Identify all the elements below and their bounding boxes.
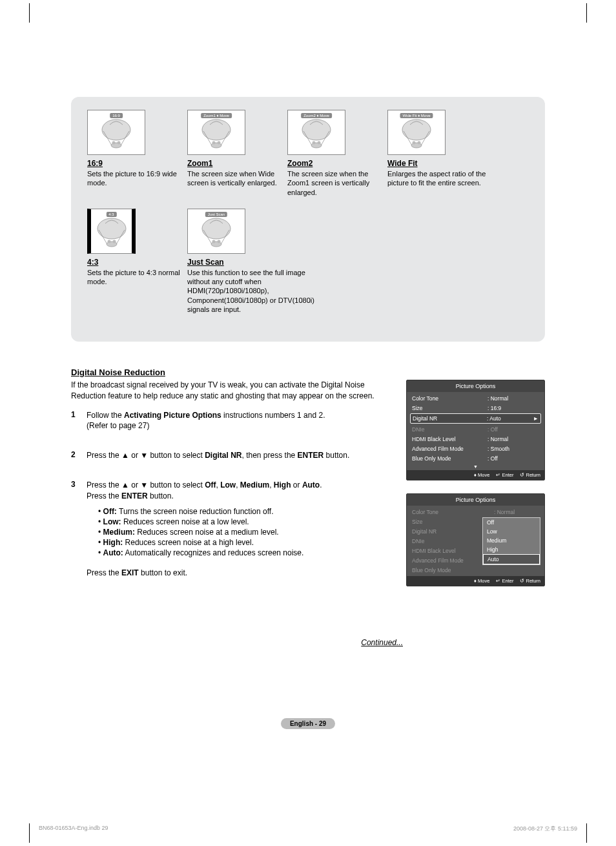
osd-row-blue-only-mode: Blue Only Mode: Off (410, 453, 541, 463)
osd-popup-option-high: High (483, 545, 540, 554)
svg-point-3 (118, 141, 121, 145)
picture-mode-16-9: 16:9 16:9Sets the picture to 16:9 wide m… (87, 110, 187, 197)
mode-description: Use this function to see the full image … (187, 268, 316, 314)
thumb-label: Zoom1 ♦ Move (201, 113, 232, 118)
arrow-right-icon (533, 446, 539, 452)
osd-return-hint: ↺ Return (520, 472, 540, 478)
arrow-right-icon: ► (532, 415, 539, 422)
arrow-right-icon (533, 405, 539, 411)
osd-row-advanced-film-mode: Advanced Film Mode: Smooth (410, 444, 541, 453)
balloon-icon (297, 118, 336, 151)
mode-title: Zoom1 (187, 159, 287, 168)
print-filename: BN68-01653A-Eng.indb 29 (39, 825, 108, 833)
osd-row-blue-only-mode: Blue Only Mode (410, 565, 541, 575)
osd-enter-hint: ↵ Enter (496, 578, 513, 584)
svg-point-4 (202, 119, 231, 140)
svg-point-14 (413, 141, 416, 145)
svg-point-10 (313, 141, 316, 145)
picture-mode-wide-fit: Wide Fit ♦ Move Wide FitEnlarges the asp… (387, 110, 488, 197)
mode-description: Sets the picture to 4:3 normal mode. (87, 268, 187, 287)
picture-mode-zoom2: Zoom2 ♦ Move Zoom2The screen size when t… (287, 110, 387, 197)
continued-indicator: Continued... (71, 638, 403, 647)
picture-mode-just-scan: Just Scan Just ScanUse this function to … (187, 209, 316, 314)
svg-point-16 (98, 218, 126, 239)
arrow-right-icon (533, 426, 539, 433)
thumb-label: Zoom2 ♦ Move (301, 113, 332, 118)
arrow-right-icon (533, 436, 539, 442)
osd-screenshots-column: Picture Options Color Tone: NormalSize: … (406, 380, 545, 599)
thumb-label: 4:3 (106, 212, 116, 217)
osd-row-dnie: DNIe: Off (410, 424, 541, 434)
osd-enter-hint: ↵ Enter (496, 472, 513, 478)
svg-point-20 (202, 218, 231, 239)
arrow-right-icon (533, 455, 539, 462)
osd-picture-options-1: Picture Options Color Tone: NormalSize: … (406, 380, 545, 480)
mode-title: Zoom2 (287, 159, 387, 168)
osd-popup-option-low: Low (483, 527, 540, 536)
picture-size-modes-box: 16:9 16:9Sets the picture to 16:9 wide m… (71, 97, 545, 342)
thumb-label: 16:9 (110, 113, 123, 118)
osd-row-color-tone: Color Tone: Normal (410, 393, 541, 403)
svg-point-15 (418, 141, 421, 145)
mode-title: Just Scan (187, 258, 316, 267)
osd-return-hint: ↺ Return (520, 578, 540, 584)
svg-point-12 (402, 119, 431, 140)
svg-point-7 (218, 141, 221, 145)
mode-thumbnail: Just Scan (187, 209, 245, 254)
arrow-right-icon (533, 395, 539, 402)
osd-popup-option-off: Off (483, 518, 540, 527)
print-job-footer: BN68-01653A-Eng.indb 29 2008-08-27 오후 5:… (39, 825, 577, 833)
mode-description: Sets the picture to 16:9 wide mode. (87, 169, 187, 188)
mode-thumbnail: Zoom2 ♦ Move (287, 110, 345, 155)
balloon-icon (97, 118, 136, 151)
balloon-icon (92, 217, 131, 250)
svg-point-18 (107, 240, 110, 243)
mode-thumbnail: 16:9 (87, 110, 145, 155)
page-number-pill: English - 29 (281, 718, 335, 729)
step-1: 1 Follow the Activating Picture Options … (71, 410, 396, 431)
thumb-label: Wide Fit ♦ Move (400, 113, 433, 118)
osd-row-hdmi-black-level: HDMI Black Level: Normal (410, 434, 541, 444)
mode-thumbnail: 4:3 (87, 209, 136, 254)
osd-picture-options-2: Picture Options Color Tone: NormalSize: … (406, 493, 545, 586)
print-timestamp: 2008-08-27 오후 5:11:59 (513, 825, 577, 833)
mode-title: 16:9 (87, 159, 187, 168)
svg-point-19 (112, 240, 116, 243)
svg-point-8 (302, 119, 331, 140)
osd-row-size: Size: 16:9 (410, 403, 541, 413)
osd-move-hint: ♦ Move (474, 578, 489, 584)
svg-point-23 (218, 240, 221, 243)
section-title-digital-nr: Digital Noise Reduction (71, 367, 545, 377)
osd-dropdown-popup: OffLowMediumHighAuto (482, 517, 540, 565)
mode-title: Wide Fit (387, 159, 488, 168)
svg-point-2 (112, 141, 116, 145)
more-below-icon: ▼ (407, 464, 544, 470)
balloon-icon (397, 118, 436, 151)
balloon-icon (197, 217, 236, 250)
osd-row-color-tone: Color Tone: Normal (410, 507, 541, 517)
svg-point-6 (212, 141, 216, 145)
svg-point-22 (212, 240, 216, 243)
mode-description: Enlarges the aspect ratio of the picture… (387, 169, 488, 188)
page-content: 16:9 16:9Sets the picture to 16:9 wide m… (0, 0, 616, 768)
step-2: 2 Press the ▲ or ▼ button to select Digi… (71, 450, 396, 460)
osd-popup-option-auto: Auto (483, 554, 540, 564)
mode-thumbnail: Zoom1 ♦ Move (187, 110, 245, 155)
osd-row-digital-nr: Digital NR: Auto► (410, 413, 541, 424)
picture-mode-zoom1: Zoom1 ♦ Move Zoom1The screen size when W… (187, 110, 287, 197)
section-intro: If the broadcast signal received by your… (71, 380, 396, 400)
instructions-column: If the broadcast signal received by your… (71, 380, 406, 599)
osd-move-hint: ♦ Move (474, 472, 489, 478)
nr-options-list: • Off: Turns the screen noise reduction … (98, 506, 396, 559)
mode-title: 4:3 (87, 258, 187, 267)
svg-point-11 (318, 141, 321, 145)
picture-mode-4-3: 4:3 4:3Sets the picture to 4:3 normal mo… (87, 209, 187, 314)
svg-point-0 (102, 119, 130, 140)
osd-popup-option-medium: Medium (483, 536, 540, 545)
mode-thumbnail: Wide Fit ♦ Move (387, 110, 446, 155)
mode-description: The screen size when Wide screen is vert… (187, 169, 287, 188)
balloon-icon (197, 118, 236, 151)
mode-description: The screen size when the Zoom1 screen is… (287, 169, 387, 197)
thumb-label: Just Scan (205, 212, 227, 217)
step-3: 3 Press the ▲ or ▼ button to select Off,… (71, 480, 396, 578)
